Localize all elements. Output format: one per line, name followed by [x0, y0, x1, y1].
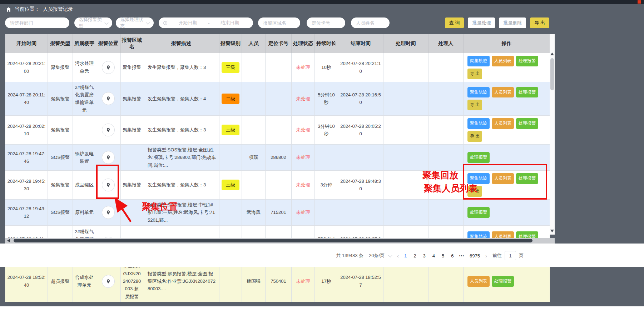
home-icon[interactable] — [6, 7, 11, 12]
handle-alarm-button[interactable]: 处理报警 — [516, 56, 538, 66]
location-pin-icon[interactable] — [102, 275, 115, 288]
page-number-4[interactable]: 4 — [432, 253, 435, 259]
location-pin-icon[interactable] — [102, 92, 115, 105]
page-ellipsis[interactable]: ••• — [459, 254, 465, 258]
location-pin-icon[interactable] — [102, 151, 115, 164]
annotation-box-alarm-position — [96, 165, 119, 199]
prev-page-button[interactable]: ‹ — [397, 253, 399, 259]
status-unhandled: 未处理 — [296, 279, 310, 284]
goto-suffix: 页 — [519, 252, 524, 259]
cell-duration: 3分钟 — [315, 171, 338, 200]
batch-handle-button[interactable]: 批量处理 — [468, 17, 495, 28]
cell-actions: 聚集轨迹人员列表处理报警导 出 — [464, 116, 550, 145]
cell-end-time: 2024-07-28 20:05:20 — [338, 116, 383, 145]
handle-alarm-button[interactable]: 处理报警 — [467, 207, 490, 218]
handle-status-select[interactable]: 选择处理状态 — [116, 17, 154, 28]
horizontal-scrollbar[interactable] — [5, 238, 555, 244]
cell-card-number — [266, 171, 292, 200]
vertical-scrollbar[interactable] — [550, 34, 555, 235]
cell-handler — [428, 144, 464, 170]
cell-duration — [315, 144, 338, 170]
page-number-2[interactable]: 2 — [413, 253, 416, 259]
query-button[interactable]: 查 询 — [445, 17, 464, 28]
table-row[interactable]: 2024-07-28 20:02:10聚集报警聚集报警发生聚集报警，聚集人数：3… — [5, 116, 550, 145]
location-pin-icon[interactable] — [102, 124, 115, 136]
end-date-placeholder[interactable]: 结束日期 — [211, 20, 249, 26]
page-number-1[interactable]: 1 — [404, 253, 407, 259]
handle-alarm-button[interactable]: 处理报警 — [516, 87, 538, 98]
scroll-up-arrow-icon[interactable] — [550, 52, 554, 55]
vertical-scrollbar-thumb[interactable] — [550, 58, 554, 90]
cluster-track-button[interactable]: 聚集轨迹 — [467, 56, 490, 66]
handle-alarm-button[interactable]: 处理报警 — [467, 152, 490, 163]
alarm-type-placeholder: 选择报警类型 — [79, 16, 105, 29]
status-unhandled: 未处理 — [296, 96, 310, 101]
last-page-number[interactable]: 6975 — [470, 253, 480, 259]
cell-end-time: 2024-07-28 19:48:30 — [338, 171, 383, 200]
export-row-button[interactable]: 导 出 — [467, 69, 482, 79]
column-header-11: 结束时间 — [338, 34, 383, 53]
page-size-select[interactable]: 20条/页 — [369, 252, 392, 259]
export-row-button[interactable]: 导 出 — [467, 131, 482, 142]
area-name-input[interactable] — [262, 20, 296, 26]
cell-alarm-level — [219, 144, 242, 170]
horizontal-scrollbar-thumb[interactable] — [14, 239, 532, 242]
alarm-level-badge: 三级 — [222, 62, 239, 72]
person-list-button[interactable]: 人员列表 — [492, 56, 514, 66]
alarm-type-select[interactable]: 选择报警类型 — [74, 17, 112, 28]
cell-end-time — [338, 199, 383, 225]
cell-start-time: 2024-07-28 20:11:40 — [5, 82, 48, 116]
table-row[interactable]: 2024-07-28 20:21:00聚集报警污水处理单元聚集报警发生聚集报警，… — [5, 53, 550, 82]
cell-person: 武海凤 — [242, 199, 266, 225]
export-row-button[interactable]: 导 出 — [467, 100, 482, 110]
date-separator: - — [207, 20, 211, 26]
handle-alarm-button[interactable]: 处理报警 — [516, 118, 538, 129]
card-number-field[interactable] — [307, 17, 345, 28]
export-button[interactable]: 导 出 — [530, 17, 549, 28]
cell-alarm-level: 三级 — [219, 53, 242, 82]
column-header-3: 报警位置 — [96, 34, 121, 53]
page-number-5[interactable]: 5 — [442, 253, 444, 259]
location-pin-icon[interactable] — [102, 61, 115, 74]
page-number-3[interactable]: 3 — [423, 253, 426, 259]
table-row[interactable]: 2024-07-28 20:11:40聚集报警2#粉煤气化装置磨煤输送单元聚集报… — [5, 82, 550, 116]
clock-icon — [163, 21, 168, 25]
start-date-placeholder[interactable]: 开始日期 — [169, 20, 207, 26]
cell-person — [242, 53, 266, 82]
scroll-down-arrow-icon[interactable] — [550, 230, 554, 232]
batch-delete-button[interactable]: 批量删除 — [499, 17, 526, 28]
handle-alarm-button[interactable]: 处理报警 — [492, 276, 514, 287]
next-page-button[interactable]: › — [485, 253, 487, 259]
scroll-left-arrow-icon[interactable] — [7, 239, 10, 242]
window-top-bar — [0, 0, 644, 4]
person-name-field[interactable] — [351, 17, 390, 28]
status-unhandled: 未处理 — [296, 210, 310, 215]
area-name-field[interactable] — [258, 17, 300, 28]
date-range-picker[interactable]: 开始日期 - 结束日期 — [159, 17, 253, 28]
card-number-input[interactable] — [311, 20, 341, 26]
goto-page-input[interactable]: 1 — [505, 251, 516, 260]
person-name-input[interactable] — [355, 20, 385, 26]
table-row[interactable]: 2024-07-28 19:43:12SOS报警原料单元报警类型:SOS报警,楼… — [5, 199, 550, 225]
cell-alarm-type: 聚集报警 — [48, 53, 73, 82]
goto-page: 前往 1 页 — [492, 251, 524, 260]
cluster-track-button[interactable]: 聚集轨迹 — [467, 87, 490, 98]
cluster-track-button[interactable]: 聚集轨迹 — [467, 118, 490, 129]
cell-alarm-level: 三级 — [219, 116, 242, 145]
column-header-13: 处理人 — [428, 34, 464, 53]
cell-handle-time — [383, 53, 428, 82]
department-select[interactable] — [5, 17, 69, 28]
cell-handle-status: 未处理 — [292, 171, 315, 200]
breadcrumb: 当前位置： 人员报警记录 — [6, 6, 73, 12]
cell-building: 2#粉煤气化装置磨煤输送单元 — [73, 82, 96, 116]
column-header-8: 定位卡号 — [266, 34, 292, 53]
breadcrumb-prefix: 当前位置： — [15, 6, 40, 12]
cell-person: 项璞 — [242, 144, 266, 170]
bottom-strip — [0, 306, 644, 311]
person-list-button[interactable]: 人员列表 — [492, 87, 514, 98]
person-list-button[interactable]: 人员列表 — [492, 118, 514, 129]
department-input[interactable] — [9, 20, 65, 26]
cell-alarm-level — [219, 199, 242, 225]
page-number-6[interactable]: 6 — [451, 253, 454, 259]
person-list-button[interactable]: 人员列表 — [467, 276, 490, 287]
